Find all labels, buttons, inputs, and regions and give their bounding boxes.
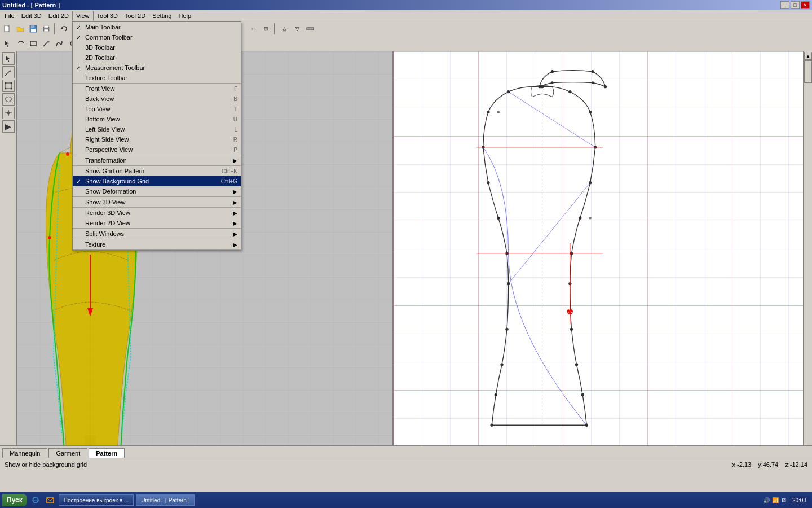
svg-point-116 bbox=[497, 217, 500, 220]
maximize-button[interactable]: □ bbox=[791, 1, 800, 9]
scroll-up-btn[interactable]: ▲ bbox=[804, 52, 812, 60]
bottom-tabs: Mannequin Garment Pattern bbox=[0, 445, 812, 458]
menu-split-windows[interactable]: Split Windows ▶ bbox=[73, 229, 241, 239]
tb-meas-4[interactable]: ⊞ bbox=[260, 23, 272, 35]
svg-point-96 bbox=[592, 81, 594, 84]
tray-icon-1[interactable]: 🔊 bbox=[763, 497, 770, 503]
minimize-button[interactable]: _ bbox=[780, 1, 789, 9]
svg-rect-69 bbox=[6, 83, 11, 89]
menu-2d-toolbar[interactable]: 2D Toolbar bbox=[73, 52, 241, 63]
tb-2d-rect[interactable] bbox=[27, 37, 39, 50]
tb-2d-pen[interactable] bbox=[40, 37, 52, 50]
svg-marker-127 bbox=[567, 310, 572, 315]
menu-front-view[interactable]: Front View F bbox=[73, 84, 241, 94]
label-show-bg-grid: Show Background Grid bbox=[85, 178, 217, 185]
tb-shape-1[interactable]: △ bbox=[278, 23, 290, 35]
menu-render-2d-view[interactable]: Render 2D View ▶ bbox=[73, 218, 241, 228]
tb-undo[interactable] bbox=[58, 23, 70, 35]
tray-icon-2[interactable]: 📶 bbox=[772, 497, 779, 503]
shortcut-show-grid-pattern: Ctrl+K bbox=[222, 168, 237, 174]
menu-perspective-view[interactable]: Perspective View P bbox=[73, 144, 241, 155]
viewport-2d[interactable]: ▲ bbox=[392, 51, 812, 445]
menu-show-grid-pattern[interactable]: Show Grid on Pattern Ctrl+K bbox=[73, 166, 241, 176]
arrow-texture: ▶ bbox=[233, 242, 237, 248]
scroll-thumb[interactable] bbox=[804, 60, 812, 83]
label-back-view: Back View bbox=[85, 95, 229, 102]
menu-section-texture: Texture ▶ bbox=[73, 239, 241, 250]
start-button[interactable]: Пуск bbox=[2, 494, 27, 506]
svg-point-100 bbox=[589, 111, 592, 113]
label-texture-toolbar: Texture Toolbar bbox=[85, 75, 237, 81]
tb-open[interactable] bbox=[14, 23, 27, 35]
svg-rect-43 bbox=[30, 41, 36, 46]
scrollbar-vertical[interactable]: ▲ bbox=[803, 51, 812, 445]
svg-point-111 bbox=[495, 393, 497, 396]
svg-point-113 bbox=[505, 327, 508, 330]
svg-point-95 bbox=[551, 81, 553, 84]
menu-transformation[interactable]: Transformation ▶ bbox=[73, 155, 241, 165]
close-button[interactable]: × bbox=[801, 1, 810, 9]
tb-new[interactable] bbox=[1, 23, 14, 35]
sidebar-pen[interactable] bbox=[2, 66, 15, 78]
check-main-toolbar: ✓ bbox=[76, 24, 85, 30]
tab-mannequin[interactable]: Mannequin bbox=[2, 448, 47, 458]
label-left-view: Left Side View bbox=[85, 126, 230, 133]
menu-main-toolbar[interactable]: ✓ Main Toolbar bbox=[73, 22, 241, 32]
sidebar-transform[interactable] bbox=[2, 80, 15, 92]
taskbar-email-icon[interactable] bbox=[44, 494, 56, 506]
toolbar-sep-1 bbox=[54, 23, 56, 34]
menu-bottom-view[interactable]: Bottom View U bbox=[73, 114, 241, 124]
menu-file[interactable]: File bbox=[1, 11, 18, 20]
menu-back-view[interactable]: Back View B bbox=[73, 94, 241, 104]
tb-2d-bezier[interactable] bbox=[53, 37, 65, 50]
menu-texture-toolbar[interactable]: Texture Toolbar bbox=[73, 73, 241, 83]
menu-show-deformation[interactable]: Show Deformation ▶ bbox=[73, 186, 241, 196]
menu-measurement-toolbar[interactable]: ✓ Measurement Toolbar bbox=[73, 63, 241, 73]
shortcut-bottom-view: U bbox=[233, 116, 237, 122]
menu-3d-toolbar[interactable]: 3D Toolbar bbox=[73, 42, 241, 52]
menu-section-show3d: Show 3D View ▶ bbox=[73, 197, 241, 208]
menu-tool2d[interactable]: Tool 2D bbox=[121, 11, 149, 20]
menu-edit3d[interactable]: Edit 3D bbox=[18, 11, 45, 20]
menu-right-view[interactable]: Right Side View R bbox=[73, 134, 241, 144]
menu-texture[interactable]: Texture ▶ bbox=[73, 239, 241, 249]
tb-meas-3[interactable]: ↔ bbox=[247, 23, 259, 35]
menu-common-toolbar[interactable]: ✓ Common Toolbar bbox=[73, 32, 241, 42]
taskbar-item-untitled[interactable]: Untitled - [ Pattern ] bbox=[136, 494, 195, 506]
label-show-deformation: Show Deformation bbox=[85, 188, 233, 195]
system-clock[interactable]: 20:03 bbox=[789, 496, 810, 505]
tb-ruler[interactable] bbox=[304, 23, 316, 35]
menu-show-3d-view[interactable]: Show 3D View ▶ bbox=[73, 197, 241, 207]
menu-render-3d-view[interactable]: Render 3D View ▶ bbox=[73, 208, 241, 218]
menu-tool3d[interactable]: Tool 3D bbox=[94, 11, 121, 20]
sidebar-snap[interactable] bbox=[2, 107, 15, 119]
taskbar-item-pattern[interactable]: Построение выкроек в ... bbox=[59, 494, 134, 506]
arrow-render-2d-view: ▶ bbox=[233, 220, 237, 226]
taskbar-ie-icon[interactable] bbox=[29, 494, 42, 506]
tb-2d-rotate[interactable] bbox=[14, 37, 27, 50]
tb-print[interactable] bbox=[40, 23, 52, 35]
shortcut-right-view: R bbox=[233, 137, 237, 143]
tb-shape-2[interactable]: ▽ bbox=[291, 23, 303, 35]
titlebar-controls: _ □ × bbox=[780, 1, 810, 9]
check-show-bg-grid: ✓ bbox=[76, 178, 85, 185]
menu-top-view[interactable]: Top View T bbox=[73, 104, 241, 114]
tb-save[interactable] bbox=[27, 23, 39, 35]
menu-view[interactable]: View bbox=[72, 11, 94, 21]
tab-garment[interactable]: Garment bbox=[48, 448, 87, 458]
menu-left-view[interactable]: Left Side View L bbox=[73, 124, 241, 134]
label-main-toolbar: Main Toolbar bbox=[85, 24, 237, 30]
menu-setting[interactable]: Setting bbox=[149, 11, 175, 20]
menu-edit2d[interactable]: Edit 2D bbox=[45, 11, 72, 20]
svg-point-119 bbox=[487, 111, 489, 113]
sidebar-cursor[interactable] bbox=[2, 52, 15, 65]
menu-show-bg-grid[interactable]: ✓ Show Background Grid Ctrl+G bbox=[73, 176, 241, 186]
tb-2d-cursor[interactable] bbox=[1, 37, 14, 50]
sidebar-arrow[interactable]: ▶ bbox=[2, 120, 15, 133]
tray-icon-3[interactable]: 🖥 bbox=[781, 497, 787, 503]
shortcut-perspective-view: P bbox=[233, 147, 237, 153]
tab-pattern[interactable]: Pattern bbox=[89, 448, 125, 458]
label-texture: Texture bbox=[85, 241, 233, 248]
menu-help[interactable]: Help bbox=[175, 11, 195, 20]
sidebar-3d[interactable] bbox=[2, 93, 15, 106]
